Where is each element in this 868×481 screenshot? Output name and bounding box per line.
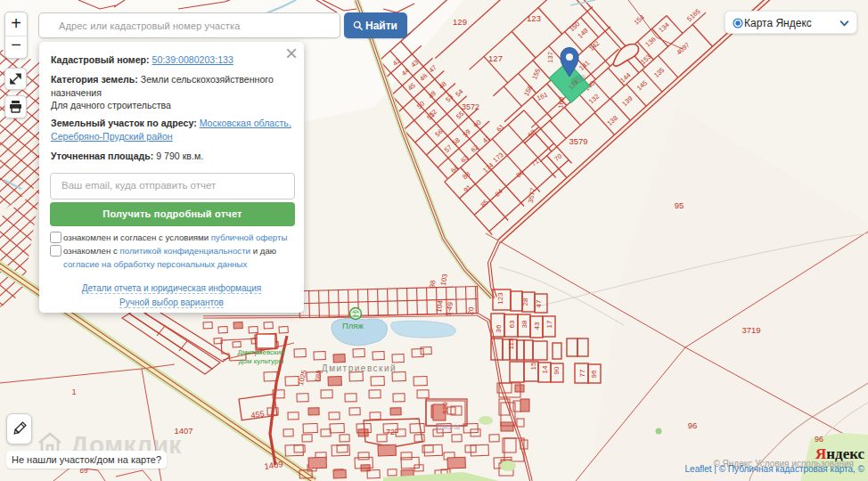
svg-text:Пляж: Пляж [342,321,364,330]
svg-text:3579: 3579 [569,136,587,146]
svg-text:Дмитриевский: Дмитриевский [322,363,397,373]
svg-text:15: 15 [529,362,537,370]
svg-text:520: 520 [441,402,449,414]
svg-text:47: 47 [535,299,543,307]
svg-text:137: 137 [546,52,554,63]
svg-text:96: 96 [688,420,698,430]
svg-text:3719: 3719 [741,325,760,335]
svg-text:123: 123 [527,13,541,23]
svg-text:113: 113 [507,338,515,349]
svg-text:160: 160 [557,97,566,109]
svg-text:96: 96 [815,435,823,444]
svg-text:129: 129 [453,17,467,27]
svg-text:95: 95 [675,200,684,210]
svg-text:90: 90 [553,366,561,374]
svg-text:36: 36 [495,324,503,332]
svg-text:96: 96 [590,370,598,378]
svg-text:123: 123 [496,292,504,305]
svg-text:72: 72 [386,428,395,436]
svg-text:дом культуры: дом культуры [239,357,284,365]
svg-text:28: 28 [521,298,529,306]
svg-text:3572: 3572 [462,102,479,111]
svg-text:1: 1 [72,387,77,396]
svg-text:455: 455 [250,409,265,420]
svg-text:127: 127 [488,53,503,63]
svg-text:Дмитриевский: Дмитриевский [237,348,284,356]
svg-text:17: 17 [545,320,553,328]
svg-text:38: 38 [520,320,528,328]
svg-text:77: 77 [578,369,586,377]
svg-text:43: 43 [533,322,541,330]
svg-text:14: 14 [541,365,549,373]
svg-text:Школа: Школа [437,422,460,431]
svg-text:63: 63 [508,320,516,328]
svg-text:⛱: ⛱ [352,310,359,318]
